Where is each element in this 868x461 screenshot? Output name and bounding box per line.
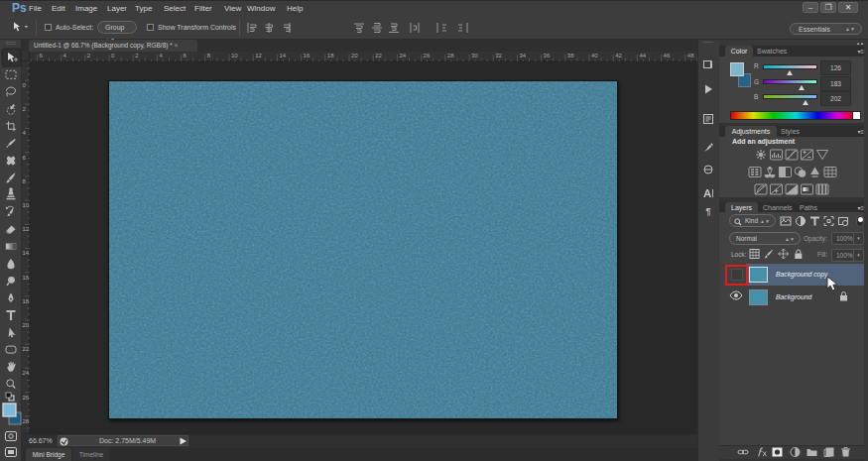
svg-text:6: 6	[39, 53, 43, 58]
svg-text:28: 28	[447, 53, 454, 58]
svg-text:34: 34	[519, 53, 526, 58]
svg-text:10: 10	[23, 202, 30, 208]
svg-text:0: 0	[23, 82, 27, 88]
svg-text:¶: ¶	[705, 206, 710, 216]
svg-text:44: 44	[639, 53, 646, 58]
svg-text:16: 16	[304, 53, 310, 58]
svg-text:42: 42	[615, 53, 622, 58]
svg-text:10: 10	[231, 53, 238, 58]
svg-text:36: 36	[544, 53, 551, 58]
svg-text:24: 24	[399, 53, 406, 58]
svg-text:6: 6	[184, 53, 187, 58]
svg-text:4: 4	[63, 53, 67, 58]
svg-text:14: 14	[23, 250, 30, 256]
svg-text:32: 32	[495, 53, 502, 58]
svg-text:22: 22	[375, 53, 382, 58]
svg-text:18: 18	[327, 53, 334, 58]
svg-text:0: 0	[111, 53, 115, 58]
svg-text:2: 2	[87, 53, 91, 58]
svg-text:2: 2	[23, 106, 27, 112]
svg-text:2: 2	[135, 53, 139, 58]
svg-text:14: 14	[279, 53, 286, 58]
svg-text:20: 20	[351, 53, 358, 58]
svg-text:46: 46	[664, 53, 671, 58]
svg-text:8: 8	[23, 178, 27, 184]
svg-text:18: 18	[23, 298, 30, 304]
svg-text:8: 8	[207, 53, 211, 58]
svg-text:16: 16	[23, 275, 30, 281]
svg-text:20: 20	[23, 322, 30, 328]
svg-text:26: 26	[23, 395, 30, 401]
svg-text:6: 6	[23, 155, 27, 161]
svg-text:28: 28	[23, 418, 30, 424]
svg-text:4: 4	[159, 53, 163, 58]
svg-text:4: 4	[23, 130, 27, 136]
svg-text:12: 12	[23, 226, 30, 232]
svg-text:24: 24	[23, 370, 30, 376]
svg-text:26: 26	[424, 53, 431, 58]
svg-text:40: 40	[591, 53, 598, 58]
svg-text:22: 22	[23, 346, 30, 352]
svg-text:30: 30	[471, 53, 478, 58]
svg-text:48: 48	[687, 53, 694, 58]
svg-text:38: 38	[567, 53, 574, 58]
svg-text:12: 12	[255, 53, 262, 58]
